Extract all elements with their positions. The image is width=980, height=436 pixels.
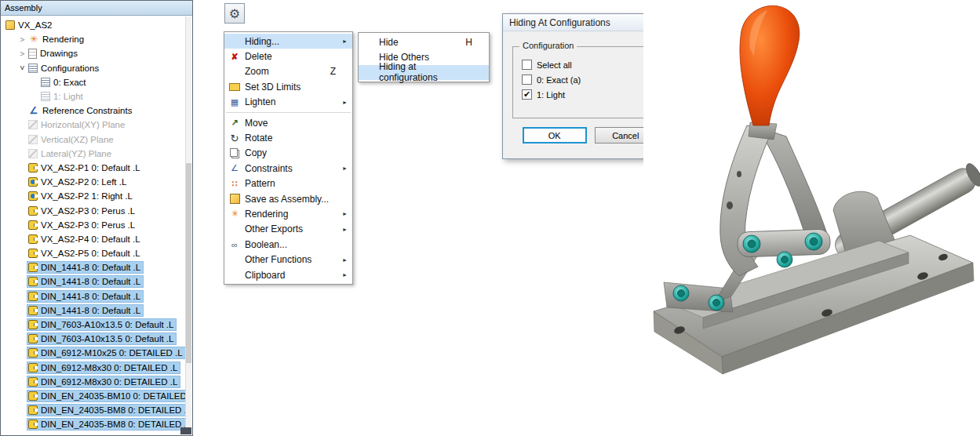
expand-icon[interactable]: > [17,35,27,44]
tree-item-vx-as2-p2-1-right-l[interactable]: VX_AS2-P2 1: Right .L [2,189,185,203]
tree-item-vx-as2-p4-0-default-l[interactable]: VX_AS2-P4 0: Default .L [2,232,185,246]
menu-item-label: Hiding... [245,36,336,47]
tree-item-content: DIN_EN_24035-BM8 0: DETAILED .L [27,405,185,416]
ok-button[interactable]: OK [523,127,587,144]
menu-item-label: Pattern [245,178,336,189]
tree-item-vx-as2-p1-0-default-l[interactable]: VX_AS2-P1 0: Default .L [2,161,185,175]
tree-item-content: Lateral(YZ) Plane [27,148,114,159]
tree-item-din-en-24035-bm10-0-detailed-l[interactable]: DIN_EN_24035-BM10 0: DETAILED .L [2,389,185,403]
scrollbar-thumb[interactable] [186,163,191,364]
menu-item-label: Other Functions [245,254,336,265]
tree-item-vx-as2-p5-0-default-l[interactable]: VX_AS2-P5 0: Default .L [2,246,185,260]
tree-item-vx-as2-p2-0-left-l[interactable]: VX_AS2-P2 0: Left .L [2,175,185,189]
tree-item-din-1441-8-0-default-l[interactable]: DIN_1441-8 0: Default .L [2,274,185,289]
tree-item-din-7603-a10x13-5-0-default-l[interactable]: DIN_7603-A10x13.5 0: Default .L [2,318,185,332]
menu-item-zoom[interactable]: ZoomZ [224,64,352,79]
tree-item-1-light[interactable]: 1: Light [2,89,185,104]
menu-item-clipboard[interactable]: Clipboard► [224,267,352,282]
tree-item-din-6912-m8x30-0-detailed-l[interactable]: DIN_6912-M8x30 0: DETAILED .L [2,375,185,389]
tree-item-din-6912-m10x25-0-detailed-l[interactable]: DIN_6912-M10x25 0: DETAILED .L [2,346,185,360]
menu-item-label: Rotate [245,133,336,144]
tree-item-content: VX_AS2-P2 0: Left .L [27,176,129,187]
copy-icon [228,148,241,158]
checkbox-0-exact-a[interactable]: 0: Exact (a) [522,72,658,87]
menu-item-hiding[interactable]: Hiding...► [224,34,352,49]
tree-item-content: VX_AS2-P3 0: Perus .L [27,205,137,216]
part-icon [28,234,38,244]
menu-item-label: Other Exports [245,223,336,234]
hiding-submenu: HideHHide OthersHiding at configurations [358,32,490,82]
constraints-icon: ∠ [228,163,241,173]
tree-item-din-en-24035-bm8-0-detailed-l[interactable]: DIN_EN_24035-BM8 0: DETAILED .L [2,403,185,417]
submenu-arrow-icon: ► [341,211,348,216]
tree-item-din-1441-8-0-default-l[interactable]: DIN_1441-8 0: Default .L [2,303,185,318]
tree-item-content: DIN_1441-8 0: Default .L [27,291,143,302]
tree-item-label: VX_AS2 [17,20,52,30]
menu-item-copy[interactable]: Copy [224,146,352,161]
tree-item-content: ✳Rendering [27,33,86,45]
tree-item-label: VX_AS2-P3 0: Perus .L [40,220,135,230]
tree-item-content: DIN_6912-M8x30 0: DETAILED .L [27,376,180,387]
menu-item-constraints[interactable]: ∠Constraints► [224,161,352,176]
tree-item-label: Reference Constraints [42,106,132,115]
menu-item-delete[interactable]: ✘Delete [224,49,352,64]
delete-icon: ✘ [228,52,241,62]
collapse-icon[interactable]: > [18,63,27,73]
submenu-arrow-icon: ► [341,100,348,105]
menu-shortcut: Z [330,66,336,77]
3d-viewport[interactable] [643,0,980,436]
tree-item-label: VX_AS2-P4 0: Default .L [40,234,140,244]
tree-item-din-7603-a10x13-5-0-default-l[interactable]: DIN_7603-A10x13.5 0: Default .L [2,332,185,346]
menu-item-rendering[interactable]: ✳Rendering► [224,206,352,221]
menu-item-hide[interactable]: HideH [359,35,489,49]
part-icon [28,292,38,301]
menu-item-label: Hiding at configurations [379,61,472,83]
menu-item-set-3d-limits[interactable]: Set 3D Limits [224,79,352,94]
tree-item-vx-as2[interactable]: VX_AS2 [2,18,185,32]
tree-item-rendering[interactable]: >✳Rendering [2,32,185,46]
tree-item-vertical-xz-plane[interactable]: Vertical(XZ) Plane [2,133,185,147]
part-icon [28,220,38,230]
tree-item-din-en-24035-bm8-0-detailed-l[interactable]: DIN_EN_24035-BM8 0: DETAILED .L [2,417,185,431]
checkbox-1-light[interactable]: ✔1: Light [522,87,658,102]
toggle-clamp-model [643,0,980,376]
tree-item-din-1441-8-0-default-l[interactable]: DIN_1441-8 0: Default .L [2,289,185,303]
configurations-icon [28,64,38,73]
tree-item-content: DIN_1441-8 0: Default .L [27,262,143,273]
tree-item-din-6912-m8x30-0-detailed-l[interactable]: DIN_6912-M8x30 0: DETAILED .L [2,361,185,375]
menu-item-pattern[interactable]: ∷Pattern [224,176,352,191]
menu-item-hiding-at-configurations[interactable]: Hiding at configurations [359,65,489,80]
gear-icon: ⚙ [229,6,240,21]
tree-item-content: VX_AS2-P1 0: Default .L [27,162,143,173]
panel-resize-grip[interactable] [180,427,191,434]
checkbox-select-all[interactable]: Select all [522,57,658,72]
tree-item-drawings[interactable]: >Drawings [2,46,185,60]
menu-item-other-exports[interactable]: Other Exports► [224,222,352,237]
tree-item-vx-as2-p3-0-perus-l[interactable]: VX_AS2-P3 0: Perus .L [2,203,185,217]
tree-item-lateral-yz-plane[interactable]: Lateral(YZ) Plane [2,147,185,161]
part-alt-icon [28,191,38,201]
tree-item-label: Configurations [40,64,99,73]
tree-item-horizontal-xy-plane[interactable]: Horizontal(XY) Plane [2,118,185,132]
config-icon [41,92,50,101]
tree-item-din-1441-8-0-default-l[interactable]: DIN_1441-8 0: Default .L [2,260,185,274]
assembly-scrollbar[interactable] [185,16,191,434]
submenu-arrow-icon: ► [341,272,348,278]
menu-item-other-functions[interactable]: Other Functions► [224,252,352,267]
menu-item-rotate[interactable]: ↻Rotate [224,130,352,145]
menu-item-boolean[interactable]: ∞Boolean... [224,237,352,252]
tree-item-reference-constraints[interactable]: ∠Reference Constraints [2,104,185,118]
gear-button[interactable]: ⚙ [224,3,245,24]
expand-icon[interactable]: > [17,49,27,58]
assembly-panel-title: Assembly [1,1,192,16]
tree-item-0-exact[interactable]: 0: Exact [2,75,185,89]
tree-item-vx-as2-p3-0-perus-l[interactable]: VX_AS2-P3 0: Perus .L [2,218,185,232]
part-icon [28,206,38,216]
tree-item-content: Configurations [27,63,101,74]
assembly-icon [228,194,241,204]
menu-item-move[interactable]: ↗Move [224,115,352,130]
part-icon [28,277,38,286]
tree-item-configurations[interactable]: >Configurations [2,61,185,75]
menu-item-save-as-assembly[interactable]: Save as Assembly... [224,191,352,206]
menu-item-lighten[interactable]: ▦Lighten► [224,95,352,110]
